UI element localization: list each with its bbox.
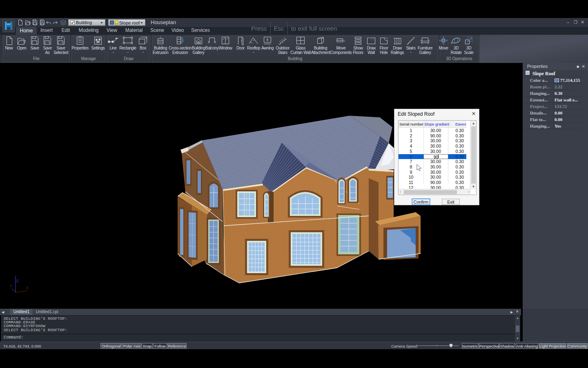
svg-text:Z: Z	[16, 279, 19, 283]
svg-text:X: X	[26, 286, 29, 290]
svg-text:Y: Y	[10, 284, 12, 288]
